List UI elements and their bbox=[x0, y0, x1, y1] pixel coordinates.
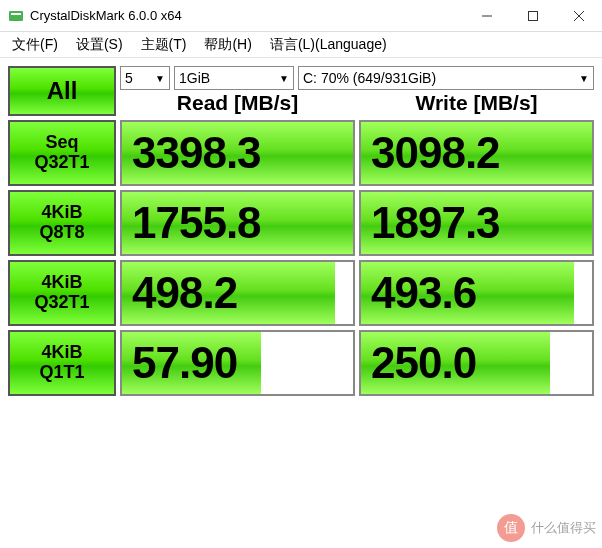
test-button-1[interactable]: 4KiB Q8T8 bbox=[8, 190, 116, 256]
count-select[interactable]: 5▼ bbox=[120, 66, 170, 90]
menu-help[interactable]: 帮助(H) bbox=[200, 34, 255, 56]
menu-theme[interactable]: 主题(T) bbox=[137, 34, 191, 56]
read-result: 57.90 bbox=[120, 330, 355, 396]
test-sublabel: Q8T8 bbox=[39, 223, 84, 243]
maximize-button[interactable] bbox=[510, 0, 556, 31]
test-button-3[interactable]: 4KiB Q1T1 bbox=[8, 330, 116, 396]
chevron-down-icon: ▼ bbox=[155, 73, 165, 84]
svg-rect-1 bbox=[11, 13, 21, 15]
test-sublabel: Q32T1 bbox=[34, 153, 89, 173]
size-select[interactable]: 1GiB▼ bbox=[174, 66, 294, 90]
app-icon bbox=[8, 8, 24, 24]
drive-select[interactable]: C: 70% (649/931GiB)▼ bbox=[298, 66, 594, 90]
menu-settings[interactable]: 设置(S) bbox=[72, 34, 127, 56]
chevron-down-icon: ▼ bbox=[579, 73, 589, 84]
write-result: 250.0 bbox=[359, 330, 594, 396]
close-button[interactable] bbox=[556, 0, 602, 31]
chevron-down-icon: ▼ bbox=[279, 73, 289, 84]
test-sublabel: Q32T1 bbox=[34, 293, 89, 313]
test-button-0[interactable]: Seq Q32T1 bbox=[8, 120, 116, 186]
menu-language[interactable]: 语言(L)(Language) bbox=[266, 34, 391, 56]
write-result: 3098.2 bbox=[359, 120, 594, 186]
read-result: 1755.8 bbox=[120, 190, 355, 256]
test-label: Seq bbox=[45, 133, 78, 153]
test-button-2[interactable]: 4KiB Q32T1 bbox=[8, 260, 116, 326]
test-sublabel: Q1T1 bbox=[39, 363, 84, 383]
test-row: 4KiB Q32T1 498.2 493.6 bbox=[8, 260, 594, 326]
test-label: 4KiB bbox=[41, 203, 82, 223]
svg-rect-3 bbox=[529, 11, 538, 20]
svg-rect-0 bbox=[9, 11, 23, 21]
window-controls bbox=[464, 0, 602, 31]
read-result: 498.2 bbox=[120, 260, 355, 326]
menubar: 文件(F) 设置(S) 主题(T) 帮助(H) 语言(L)(Language) bbox=[0, 32, 602, 58]
minimize-button[interactable] bbox=[464, 0, 510, 31]
all-button[interactable]: All bbox=[8, 66, 116, 116]
menu-file[interactable]: 文件(F) bbox=[8, 34, 62, 56]
write-header: Write [MB/s] bbox=[359, 90, 594, 116]
window-title: CrystalDiskMark 6.0.0 x64 bbox=[30, 8, 464, 23]
titlebar: CrystalDiskMark 6.0.0 x64 bbox=[0, 0, 602, 32]
content: All 5▼ 1GiB▼ C: 70% (649/931GiB)▼ Read [… bbox=[0, 58, 602, 408]
read-header: Read [MB/s] bbox=[120, 90, 355, 116]
test-label: 4KiB bbox=[41, 273, 82, 293]
test-row: 4KiB Q8T8 1755.8 1897.3 bbox=[8, 190, 594, 256]
write-result: 1897.3 bbox=[359, 190, 594, 256]
test-row: Seq Q32T1 3398.3 3098.2 bbox=[8, 120, 594, 186]
read-result: 3398.3 bbox=[120, 120, 355, 186]
write-result: 493.6 bbox=[359, 260, 594, 326]
test-row: 4KiB Q1T1 57.90 250.0 bbox=[8, 330, 594, 396]
test-label: 4KiB bbox=[41, 343, 82, 363]
